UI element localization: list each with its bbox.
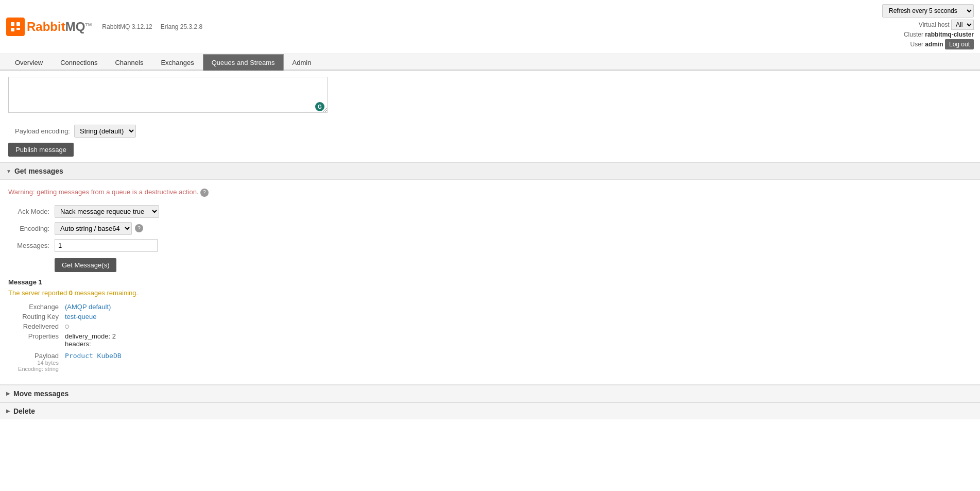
message-textarea-wrapper: G <box>8 77 328 114</box>
ack-mode-control: Nack message requeue true Ack message re… <box>55 205 159 218</box>
nav-queues[interactable]: Queues and Streams <box>203 54 284 71</box>
nav-exchanges[interactable]: Exchanges <box>152 54 202 71</box>
message-result-title: Message 1 <box>8 278 972 286</box>
encoding-control: Auto string / base64 base64 ? <box>55 222 143 235</box>
grammarly-icon: G <box>315 102 324 111</box>
move-messages-chevron-icon: ▶ <box>6 391 10 396</box>
nav: Overview Connections Channels Exchanges … <box>0 54 980 71</box>
cluster-info: Cluster rabbitmq-cluster <box>904 31 974 38</box>
ack-mode-row: Ack Mode: Nack message requeue true Ack … <box>8 205 972 218</box>
payload-value: Product KubeDB <box>65 352 122 372</box>
virtual-host-select[interactable]: All <box>951 20 974 30</box>
svg-rect-2 <box>11 28 14 31</box>
ack-mode-label: Ack Mode: <box>8 208 55 215</box>
message-detail-table: Exchange (AMQP default) Routing Key test… <box>8 303 972 372</box>
redelivered-value <box>65 323 69 330</box>
messages-input[interactable] <box>55 239 158 252</box>
messages-control <box>55 239 158 252</box>
logo-text: RabbitMQTM <box>27 20 92 34</box>
svg-rect-1 <box>16 22 20 26</box>
get-messages-title: Get messages <box>14 167 63 175</box>
redelivered-dot-icon <box>65 325 69 329</box>
redelivered-label: Redelivered <box>8 323 65 330</box>
svg-rect-0 <box>11 22 14 26</box>
encoding-label: Encoding: <box>8 225 55 232</box>
nav-admin[interactable]: Admin <box>284 54 320 71</box>
move-messages-section-header[interactable]: ▶ Move messages <box>0 385 980 402</box>
routing-key-label: Routing Key <box>8 313 65 320</box>
header: RabbitMQTM RabbitMQ 3.12.12 Erlang 25.3.… <box>0 0 980 54</box>
user-info: User admin Log out <box>910 39 974 49</box>
publish-button-wrapper: Publish message <box>8 143 972 157</box>
payload-encoding-label: Payload encoding: <box>8 127 70 135</box>
refresh-select[interactable]: Refresh every 5 seconds No refresh Refre… <box>882 4 974 18</box>
exchange-value: (AMQP default) <box>65 303 111 311</box>
payload-encoding-row: Payload encoding: String (default) Base6… <box>8 125 972 138</box>
get-messages-button[interactable]: Get Message(s) <box>55 258 116 272</box>
routing-key-value: test-queue <box>65 313 96 320</box>
nav-overview[interactable]: Overview <box>6 54 51 71</box>
logout-button[interactable]: Log out <box>945 39 974 49</box>
message-result: Message 1 The server reported 0 messages… <box>8 278 972 372</box>
help-icon[interactable]: ? <box>200 189 209 197</box>
properties-row: Properties delivery_mode: 2 headers: <box>8 332 972 348</box>
payload-label-wrapper: Payload 14 bytes Encoding: string <box>8 352 65 372</box>
messages-count-row: Messages: <box>8 239 972 252</box>
exchange-link[interactable]: (AMQP default) <box>65 303 111 311</box>
redelivered-row: Redelivered <box>8 323 972 330</box>
textarea-section: G <box>8 71 972 121</box>
logo: RabbitMQTM <box>6 18 92 36</box>
rabbitmq-version: RabbitMQ 3.12.12 <box>102 23 152 30</box>
properties-value: delivery_mode: 2 headers: <box>65 332 116 348</box>
messages-label: Messages: <box>8 242 55 249</box>
encoding-row: Encoding: Auto string / base64 base64 ? <box>8 222 972 235</box>
header-meta: Virtual host All Cluster rabbitmq-cluste… <box>904 20 974 49</box>
get-messages-button-wrapper: Get Message(s) <box>55 258 972 272</box>
warning-text: Warning: getting messages from a queue i… <box>8 188 972 197</box>
nav-channels[interactable]: Channels <box>106 54 152 71</box>
routing-key-link[interactable]: test-queue <box>65 313 96 320</box>
delete-title: Delete <box>13 407 35 415</box>
exchange-row: Exchange (AMQP default) <box>8 303 972 311</box>
message-textarea[interactable] <box>8 77 328 113</box>
nav-connections[interactable]: Connections <box>51 54 106 71</box>
publish-message-button[interactable]: Publish message <box>8 143 74 157</box>
server-info: The server reported 0 messages remaining… <box>8 289 972 297</box>
get-messages-section-header[interactable]: ▼ Get messages <box>0 162 980 180</box>
payload-encoding-select[interactable]: String (default) Base64 <box>74 125 136 138</box>
get-messages-chevron-icon: ▼ <box>6 168 11 174</box>
encoding-select[interactable]: Auto string / base64 base64 <box>55 222 132 235</box>
virtual-host-info: Virtual host All <box>919 20 974 30</box>
ack-mode-select[interactable]: Nack message requeue true Ack message re… <box>55 205 159 218</box>
move-messages-title: Move messages <box>13 390 68 398</box>
routing-key-row: Routing Key test-queue <box>8 313 972 320</box>
header-right: Refresh every 5 seconds No refresh Refre… <box>882 4 974 49</box>
get-messages-body: Warning: getting messages from a queue i… <box>8 180 972 384</box>
exchange-label: Exchange <box>8 303 65 311</box>
encoding-help-icon[interactable]: ? <box>135 224 143 232</box>
payload-row: Payload 14 bytes Encoding: string Produc… <box>8 352 972 372</box>
version-info: RabbitMQ 3.12.12 Erlang 25.3.2.8 <box>102 23 202 30</box>
logo-icon <box>6 18 25 36</box>
properties-label: Properties <box>8 332 65 348</box>
delete-chevron-icon: ▶ <box>6 408 10 414</box>
main-content: G Payload encoding: String (default) Bas… <box>0 71 980 428</box>
delete-section-header[interactable]: ▶ Delete <box>0 402 980 419</box>
svg-rect-3 <box>16 28 20 30</box>
erlang-version: Erlang 25.3.2.8 <box>161 23 202 30</box>
